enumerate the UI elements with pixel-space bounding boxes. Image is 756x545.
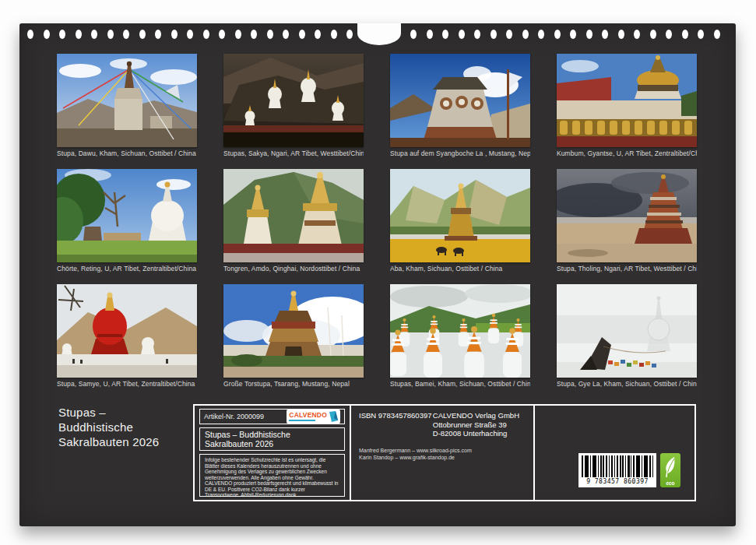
binding-hole [586,30,592,39]
isbn-number: ISBN 9783457860397 [359,411,432,438]
binding-hole [714,30,720,39]
binding-hole [410,30,417,39]
photo-grid: Stupa, Dawu, Kham, Sichuan, Osttibet / C… [57,54,697,399]
binding-hole [682,30,688,39]
photo-cell: Kumbum, Gyantse, Ü, AR Tibet, Zentraltib… [557,54,697,169]
photo-cell: Aba, Kham, Sichuan, Osttibet / China [390,169,530,284]
photo-caption: Kumbum, Gyantse, Ü, AR Tibet, Zentraltib… [557,150,697,157]
binding-hole [554,30,561,39]
calvendo-wordmark-wrap: CALVENDO [289,412,327,421]
binding-hole [219,30,225,39]
photo-image-sakya-stupas [223,54,364,147]
binding-hole [91,30,97,39]
photo-image-reting-choerte [57,169,197,262]
photo-cell: Chörte, Reting, Ü, AR Tibet, Zentraltibe… [57,169,197,284]
calendar-back-cover: Stupa, Dawu, Kham, Sichuan, Osttibet / C… [19,23,736,526]
legal-text: Infolge bestehender Schutzrechte ist es … [205,457,339,497]
photo-cell: Stupa, Samye, Ü, AR Tibet, Zentraltibet/… [57,284,197,399]
binding-hole [442,30,448,39]
binding-hole [474,30,480,39]
photo-caption: Stupa, Dawu, Kham, Sichuan, Osttibet / C… [57,150,197,157]
hanger-notch [357,23,401,45]
photo-cell: Stupas, Bamei, Kham, Sichuan, Osttibet /… [390,284,530,399]
photo-image-syangboche-stupa [390,54,530,147]
ean-barcode: 9 783457 860397 [578,453,656,487]
binding-hole [27,30,33,39]
photo-cell: Stupas, Sakya, Ngari, AR Tibet, Westtibe… [223,54,364,169]
publisher-line: CALVENDO Verlag GmbH [433,411,519,420]
photo-cell: Stupa, Dawu, Kham, Sichuan, Osttibet / C… [57,54,197,169]
calvendo-wordmark: CALVENDO [289,412,327,419]
barcode-digits: 9 783457 860397 [586,478,649,485]
publisher-address: CALVENDO Verlag GmbH Ottobrunner Straße … [433,411,519,438]
binding-hole [235,30,241,39]
photo-caption: Stupa auf dem Syangboche La , Mustang, N… [390,150,530,157]
publisher-info-box: Artikel-Nr. 2000099 CALVENDO Stupas – Bu… [193,404,696,501]
binding-hole [666,30,672,39]
binding-hole [59,30,65,39]
binding-hole [155,30,161,39]
legal-text-cell: Infolge bestehender Schutzrechte ist es … [199,454,345,497]
binding-hole [283,30,289,39]
box-title-cell: Stupas – Buddhistische Sakralbauten 2026 [199,427,345,451]
binding-hole [171,30,178,39]
barcode-bars [582,455,653,477]
photo-image-tholing-stupa [557,169,697,262]
binding-hole [346,30,353,39]
photo-caption: Große Torstupa, Tsarang, Mustang, Nepal [223,381,364,388]
binding-hole [251,30,257,39]
binding-hole [427,30,433,39]
binding-hole [267,30,273,39]
box-title: Stupas – Buddhistische Sakralbauten 2026 [205,430,290,448]
isbn-row: ISBN 9783457860397 CALVENDO Verlag GmbH … [359,411,526,438]
eco-label: eco [666,480,674,486]
binding-hole [203,30,209,39]
photo-caption: Aba, Kham, Sichuan, Osttibet / China [390,265,530,272]
calendar-title: Stupas – Buddhistische Sakralbauten 2026 [58,405,159,449]
photo-caption: Stupas, Bamei, Kham, Sichuan, Osttibet /… [390,381,530,388]
binding-hole [538,30,544,39]
binding-hole [139,30,146,39]
photo-image-aba-stupa [390,169,530,262]
binding-hole [187,30,193,39]
photo-image-tsarang-torstupa [223,284,364,378]
credit-line: Manfred Bergermann – www.silkroad-pics.c… [359,447,526,454]
binding-hole [459,30,465,39]
calendar-title-line: Buddhistische [58,420,159,434]
info-box-middle-column: ISBN 9783457860397 CALVENDO Verlag GmbH … [350,406,533,500]
binding-hole [76,30,82,39]
binding-hole [123,30,129,39]
binding-hole [618,30,624,39]
binding-hole [331,30,337,39]
article-number-cell: Artikel-Nr. 2000099 CALVENDO [199,409,345,424]
calvendo-tagline-bar [289,420,315,421]
photo-image-tongren-stupas [223,169,364,262]
binding-hole [491,30,497,39]
binding-hole [650,30,656,39]
binding-hole [634,30,640,39]
photo-cell: Große Torstupa, Tsarang, Mustang, Nepal [223,284,364,399]
credit-line: Karin Standop – www.grafik-standop.de [359,454,526,461]
binding-hole [315,30,321,39]
photo-caption: Stupa, Gye La, Kham, Sichuan, Osttibet /… [557,381,697,388]
calendar-title-line: Stupas – [58,405,159,420]
calendar-title-line: Sakralbauten 2026 [58,434,159,449]
binding-hole [506,30,512,39]
photo-caption: Stupa, Tholing, Ngari, AR Tibet, Westtib… [557,265,697,272]
binding-hole [44,30,50,39]
photo-cell: Stupa, Tholing, Ngari, AR Tibet, Westtib… [557,169,697,284]
photo-image-bamei-stupas [390,284,530,378]
publisher-line: Ottobrunner Straße 39 [433,420,519,430]
photo-caption: Chörte, Reting, Ü, AR Tibet, Zentraltibe… [57,265,197,272]
info-box-left-column: Artikel-Nr. 2000099 CALVENDO Stupas – Bu… [195,406,350,500]
photo-image-dawu-stupa [57,54,197,147]
photo-image-samye-red-stupa [57,284,197,378]
barcode-group: 9 783457 860397 eco [578,453,680,487]
photo-caption: Stupas, Sakya, Ngari, AR Tibet, Westtibe… [223,150,364,157]
calvendo-page-icon [329,411,338,422]
photo-caption: Stupa, Samye, Ü, AR Tibet, Zentraltibet/… [57,381,197,388]
eco-leaf-icon [663,455,678,479]
info-box-right-column: 9 783457 860397 eco [533,406,694,500]
binding-hole [522,30,529,39]
photo-image-gyela-fog-stupa [557,284,697,378]
